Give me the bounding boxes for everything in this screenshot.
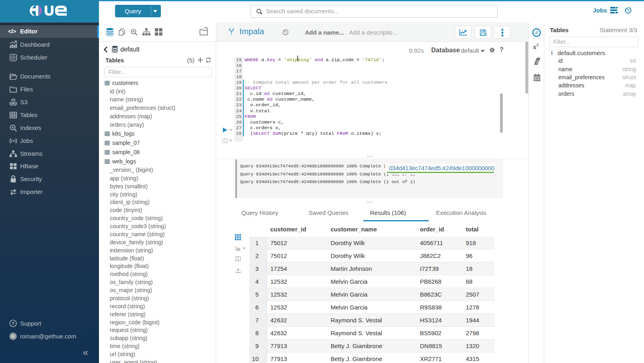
svg-text:R: R: [12, 334, 15, 339]
svg-text:?: ?: [12, 321, 14, 326]
